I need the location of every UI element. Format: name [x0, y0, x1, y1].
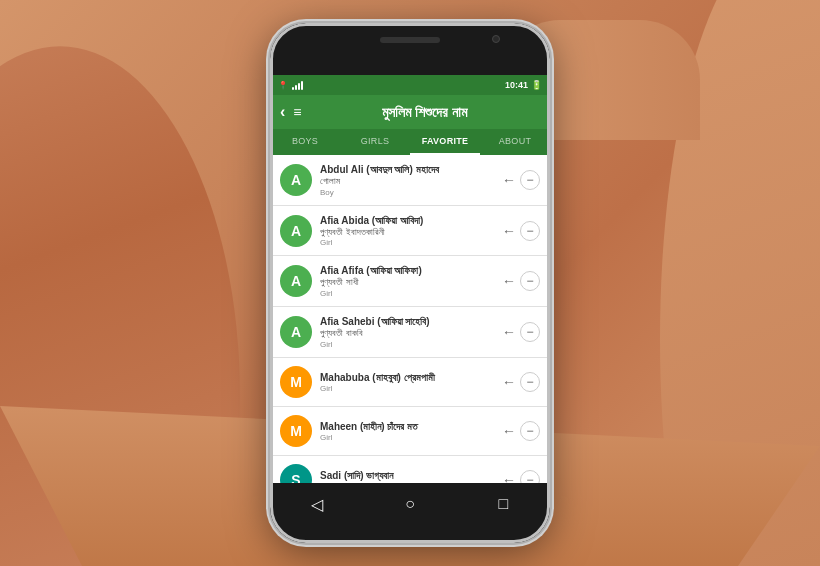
phone-wrapper: 📍 10:41 🔋 ‹: [270, 23, 550, 543]
bottom-nav: ◁ ○ □: [270, 483, 550, 525]
phone-speaker: [380, 37, 440, 43]
back-button[interactable]: ‹: [280, 103, 285, 121]
nav-back-button[interactable]: ◁: [302, 489, 332, 519]
nav-home-button[interactable]: ○: [395, 489, 425, 519]
item-gender: Girl: [320, 384, 494, 393]
avatar: S: [280, 464, 312, 483]
share-icon[interactable]: ←: [502, 374, 516, 390]
item-meaning: পুণ্যবতী বাকবি: [320, 328, 494, 340]
avatar: A: [280, 265, 312, 297]
tab-girls[interactable]: GIRLS: [340, 129, 410, 155]
tab-favorite[interactable]: FAVORITE: [410, 129, 480, 155]
tab-about[interactable]: ABOUT: [480, 129, 550, 155]
status-bar: 📍 10:41 🔋: [270, 75, 550, 95]
item-text: Afia Sahebi (আফিয়া সাহেবি) পুণ্যবতী বাক…: [320, 315, 494, 349]
scene: 📍 10:41 🔋 ‹: [0, 0, 820, 566]
status-left: 📍: [278, 80, 303, 90]
item-name: Mahabuba (মাহবুবা) প্রেমপামী: [320, 371, 494, 384]
item-actions: ← −: [502, 221, 540, 241]
share-icon[interactable]: ←: [502, 324, 516, 340]
menu-button[interactable]: ≡: [293, 104, 301, 120]
status-location-icon: 📍: [278, 81, 288, 90]
share-icon[interactable]: ←: [502, 172, 516, 188]
item-text: Sadi (সাদি) ভাগ্যবান Boy: [320, 469, 494, 483]
remove-button[interactable]: −: [520, 271, 540, 291]
item-meaning: পুণ্যবতী সাধী: [320, 277, 494, 289]
avatar: A: [280, 164, 312, 196]
item-actions: ← −: [502, 170, 540, 190]
phone-top-bezel: [270, 23, 550, 75]
battery-icon: 🔋: [531, 80, 542, 90]
share-icon[interactable]: ←: [502, 472, 516, 483]
item-name: Sadi (সাদি) ভাগ্যবান: [320, 469, 494, 482]
item-meaning: পুণ্যবতী ইবাদতকারিনী: [320, 227, 494, 239]
item-gender: Girl: [320, 238, 494, 247]
remove-button[interactable]: −: [520, 421, 540, 441]
item-text: Afia Abida (আফিয়া আবিদা) পুণ্যবতী ইবাদত…: [320, 214, 494, 248]
avatar: A: [280, 316, 312, 348]
item-name: Afia Afifa (আফিয়া আফিফা): [320, 264, 494, 277]
app-title: মুসলিম শিশুদের নাম: [310, 104, 541, 121]
share-icon[interactable]: ←: [502, 423, 516, 439]
phone: 📍 10:41 🔋 ‹: [270, 23, 550, 543]
avatar: A: [280, 215, 312, 247]
item-actions: ← −: [502, 470, 540, 483]
remove-button[interactable]: −: [520, 221, 540, 241]
share-icon[interactable]: ←: [502, 223, 516, 239]
item-actions: ← −: [502, 322, 540, 342]
app-header: ‹ ≡ মুসলিম শিশুদের নাম: [270, 95, 550, 129]
item-gender: Boy: [320, 188, 494, 197]
share-icon[interactable]: ←: [502, 273, 516, 289]
tab-boys[interactable]: BOYS: [270, 129, 340, 155]
list-item: M Mahabuba (মাহবুবা) প্রেমপামী Girl ← −: [270, 358, 550, 407]
status-right: 10:41 🔋: [505, 80, 542, 90]
list-item: A Afia Afifa (আফিয়া আফিফা) পুণ্যবতী সাধ…: [270, 256, 550, 307]
content-list: A Abdul Ali (আবদুল আলি) মহাদেব গোলাম Boy…: [270, 155, 550, 483]
remove-button[interactable]: −: [520, 170, 540, 190]
list-item: A Afia Sahebi (আফিয়া সাহেবি) পুণ্যবতী ব…: [270, 307, 550, 358]
item-text: Afia Afifa (আফিয়া আফিফা) পুণ্যবতী সাধী …: [320, 264, 494, 298]
item-name: Afia Sahebi (আফিয়া সাহেবি): [320, 315, 494, 328]
front-camera: [492, 35, 500, 43]
item-gender: Girl: [320, 289, 494, 298]
item-name: Maheen (মাহীন) চাঁদের মত: [320, 420, 494, 433]
item-name: Afia Abida (আফিয়া আবিদা): [320, 214, 494, 227]
item-text: Mahabuba (মাহবুবা) প্রেমপামী Girl: [320, 371, 494, 393]
avatar: M: [280, 366, 312, 398]
item-gender: Girl: [320, 340, 494, 349]
item-gender: Girl: [320, 433, 494, 442]
item-actions: ← −: [502, 271, 540, 291]
remove-button[interactable]: −: [520, 470, 540, 483]
tabs-bar: BOYS GIRLS FAVORITE ABOUT: [270, 129, 550, 155]
list-item: S Sadi (সাদি) ভাগ্যবান Boy ← −: [270, 456, 550, 483]
phone-bottom-bezel: [270, 525, 550, 543]
avatar: M: [280, 415, 312, 447]
status-signal: [292, 80, 303, 90]
list-item: A Afia Abida (আফিয়া আবিদা) পুণ্যবতী ইবা…: [270, 206, 550, 257]
item-text: Abdul Ali (আবদুল আলি) মহাদেব গোলাম Boy: [320, 163, 494, 197]
list-item: M Maheen (মাহীন) চাঁদের মত Girl ← −: [270, 407, 550, 456]
nav-recent-button[interactable]: □: [488, 489, 518, 519]
item-name: Abdul Ali (আবদুল আলি) মহাদেব: [320, 163, 494, 176]
item-actions: ← −: [502, 372, 540, 392]
list-item: A Abdul Ali (আবদুল আলি) মহাদেব গোলাম Boy…: [270, 155, 550, 206]
remove-button[interactable]: −: [520, 322, 540, 342]
item-text: Maheen (মাহীন) চাঁদের মত Girl: [320, 420, 494, 442]
remove-button[interactable]: −: [520, 372, 540, 392]
item-actions: ← −: [502, 421, 540, 441]
item-meaning: গোলাম: [320, 176, 494, 188]
status-time: 10:41: [505, 80, 528, 90]
